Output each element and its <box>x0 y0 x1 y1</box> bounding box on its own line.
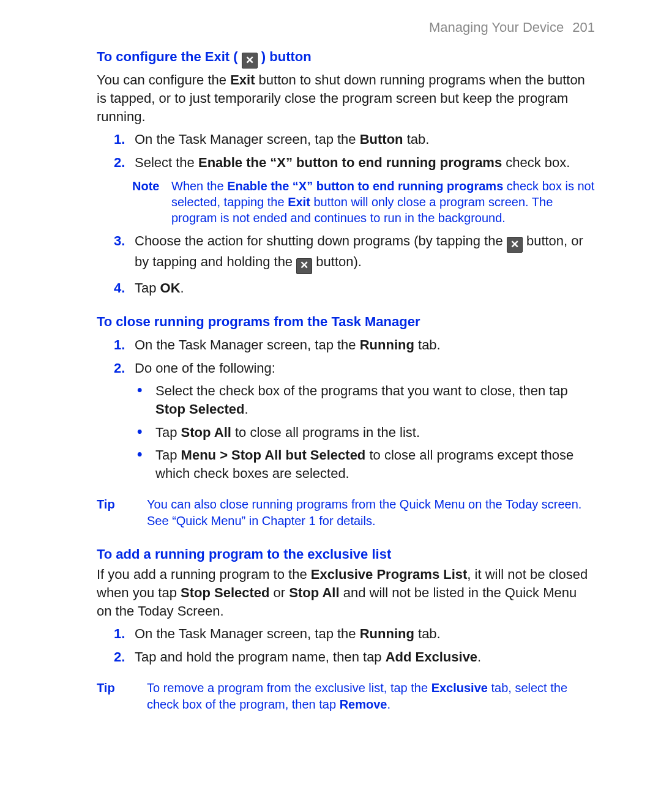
steps-close-running: 1. On the Task Manager screen, tap the R… <box>97 336 595 377</box>
list-item: 1. On the Task Manager screen, tap the R… <box>114 625 595 643</box>
tip-block: Tip You can also close running programs … <box>97 496 595 529</box>
note-block: Note When the Enable the “X” button to e… <box>132 178 595 226</box>
close-icon: ✕ <box>296 258 312 274</box>
list-item: 2. Tap and hold the program name, then t… <box>114 648 595 666</box>
list-item: 4. Tap OK. <box>114 279 595 297</box>
intro-paragraph: If you add a running program to the Excl… <box>97 565 595 620</box>
list-item: 1. On the Task Manager screen, tap the R… <box>114 336 595 354</box>
bullets-close-running: • Select the check box of the programs t… <box>97 382 595 482</box>
heading-close-running: To close running programs from the Task … <box>97 313 595 331</box>
document-page: Managing Your Device 201 To configure th… <box>0 0 661 812</box>
list-item: 3. Choose the action for shutting down p… <box>114 232 595 274</box>
steps-add-exclusive: 1. On the Task Manager screen, tap the R… <box>97 625 595 666</box>
list-item: 1. On the Task Manager screen, tap the B… <box>114 130 595 149</box>
tip-block: Tip To remove a program from the exclusi… <box>97 680 595 713</box>
list-item: • Tap Menu > Stop All but Selected to cl… <box>137 446 595 482</box>
steps-configure-exit: 1. On the Task Manager screen, tap the B… <box>97 130 595 297</box>
page-number: 201 <box>567 20 595 35</box>
list-item: 2. Select the Enable the “X” button to e… <box>114 154 595 172</box>
heading-add-exclusive: To add a running program to the exclusiv… <box>97 545 595 564</box>
section-title: Managing Your Device <box>429 20 564 35</box>
close-icon: ✕ <box>507 237 523 253</box>
list-item: • Select the check box of the programs t… <box>137 382 595 418</box>
heading-configure-exit: To configure the Exit ( ✕ ) button <box>97 48 595 69</box>
running-header: Managing Your Device 201 <box>97 18 595 37</box>
close-icon: ✕ <box>242 53 258 69</box>
list-item: • Tap Stop All to close all programs in … <box>137 423 595 442</box>
intro-paragraph: You can configure the Exit button to shu… <box>97 71 595 125</box>
list-item: 2. Do one of the following: <box>114 359 595 378</box>
